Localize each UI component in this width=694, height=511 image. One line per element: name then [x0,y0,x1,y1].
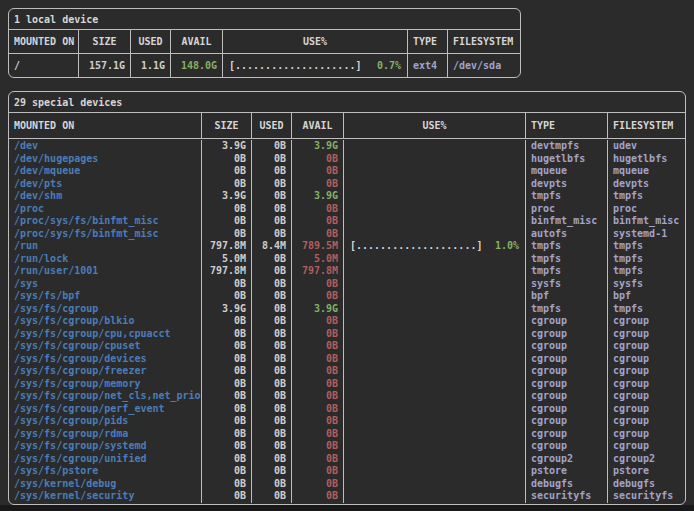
mounted-on-cell: /run/lock [9,253,201,266]
type-cell: cgroup [525,353,607,366]
type-cell: mqueue [525,165,607,178]
used-cell: 1.1G [130,54,170,77]
device-row: /sys/fs/cgroup/blkio 0B 0B 0B cgroup cgr… [9,315,685,328]
size-cell: 797.8M [201,265,251,278]
type-cell: cgroup [525,365,607,378]
avail-cell: 0B [291,490,343,503]
filesystem-cell: mqueue [607,165,685,178]
device-row: /sys/fs/cgroup/memory 0B 0B 0B cgroup cg… [9,378,685,391]
size-cell: 0B [201,340,251,353]
used-cell: 0B [251,278,291,291]
avail-cell: 0B [291,215,343,228]
device-row: /sys/kernel/debug 0B 0B 0B debugfs debug… [9,478,685,491]
type-cell: securityfs [525,490,607,503]
mounted-on-cell: / [9,54,78,77]
used-cell: 0B [251,190,291,203]
size-cell: 0B [201,465,251,478]
filesystem-cell: cgroup [607,440,685,453]
device-row: /dev/hugepages 0B 0B 0B hugetlbfs hugetl… [9,153,685,166]
use-percent-cell [343,190,525,203]
avail-cell: 789.5M [291,240,343,253]
type-cell: cgroup [525,415,607,428]
avail-cell: 0B [291,478,343,491]
size-cell: 0B [201,428,251,441]
mounted-on-cell: /sys/fs/cgroup/perf_event [9,403,201,416]
size-cell: 0B [201,453,251,466]
avail-cell: 0B [291,290,343,303]
mounted-on-cell: /sys/kernel/security [9,490,201,503]
type-cell: cgroup [525,440,607,453]
used-cell: 0B [251,378,291,391]
size-cell: 0B [201,403,251,416]
mounted-on-cell: /sys/fs/pstore [9,465,201,478]
table-header-row: MOUNTED ON SIZE USED AVAIL USE% TYPE FIL… [9,113,685,139]
mounted-on-cell: /sys [9,278,201,291]
filesystem-cell: cgroup [607,353,685,366]
device-row: /sys/fs/cgroup/systemd 0B 0B 0B cgroup c… [9,440,685,453]
type-cell: sysfs [525,278,607,291]
filesystem-cell: tmpfs [607,190,685,203]
used-cell: 0B [251,253,291,266]
size-cell: 0B [201,203,251,216]
header-filesystem: FILESYSTEM [447,30,520,53]
use-percent-cell [343,153,525,166]
used-cell: 0B [251,315,291,328]
size-cell: 0B [201,315,251,328]
type-cell: cgroup [525,315,607,328]
used-cell: 0B [251,390,291,403]
use-percent-cell: [....................]1.0% [343,240,525,253]
device-row: /sys/fs/cgroup/cpuset 0B 0B 0B cgroup cg… [9,340,685,353]
table-body: /dev 3.9G 0B 3.9G devtmpfs udev /dev/hug… [9,139,685,504]
filesystem-cell: cgroup [607,403,685,416]
avail-cell: 0B [291,328,343,341]
use-percent-cell [343,415,525,428]
size-cell: 157.1G [78,54,130,77]
avail-cell: 0B [291,165,343,178]
used-cell: 0B [251,428,291,441]
use-percent-cell [343,353,525,366]
used-cell: 8.4M [251,240,291,253]
type-cell: cgroup [525,403,607,416]
size-cell: 0B [201,278,251,291]
terminal-bottom-edge [0,505,694,511]
type-cell: devtmpfs [525,140,607,153]
use-percent-cell [343,465,525,478]
filesystem-cell: cgroup [607,328,685,341]
use-percent-cell [343,265,525,278]
type-cell: cgroup [525,428,607,441]
filesystem-cell: proc [607,203,685,216]
device-row: /sys/fs/cgroup/net_cls,net_prio 0B 0B 0B… [9,390,685,403]
filesystem-cell: sysfs [607,278,685,291]
filesystem-cell: tmpfs [607,303,685,316]
filesystem-cell: debugfs [607,478,685,491]
type-cell: tmpfs [525,253,607,266]
size-cell: 5.0M [201,253,251,266]
avail-cell: 797.8M [291,265,343,278]
used-cell: 0B [251,415,291,428]
mounted-on-cell: /sys/fs/cgroup/pids [9,415,201,428]
use-percent-cell [343,378,525,391]
used-cell: 0B [251,353,291,366]
type-cell: cgroup [525,390,607,403]
mounted-on-cell: /dev [9,140,201,153]
use-percent-cell [343,478,525,491]
device-row: /dev/shm 3.9G 0B 3.9G tmpfs tmpfs [9,190,685,203]
size-cell: 0B [201,328,251,341]
mounted-on-cell: /run [9,240,201,253]
use-percent-cell [343,340,525,353]
type-cell: cgroup [525,340,607,353]
mounted-on-cell: /proc [9,203,201,216]
header-size: SIZE [201,113,251,138]
mounted-on-cell: /dev/pts [9,178,201,191]
use-percent-cell [343,390,525,403]
avail-cell: 3.9G [291,140,343,153]
mounted-on-cell: /dev/hugepages [9,153,201,166]
type-cell: tmpfs [525,190,607,203]
filesystem-cell: cgroup2 [607,453,685,466]
filesystem-cell: udev [607,140,685,153]
use-percent-cell [343,215,525,228]
header-filesystem: FILESYSTEM [607,113,685,138]
used-cell: 0B [251,328,291,341]
filesystem-cell: cgroup [607,315,685,328]
filesystem-cell: hugetlbfs [607,153,685,166]
